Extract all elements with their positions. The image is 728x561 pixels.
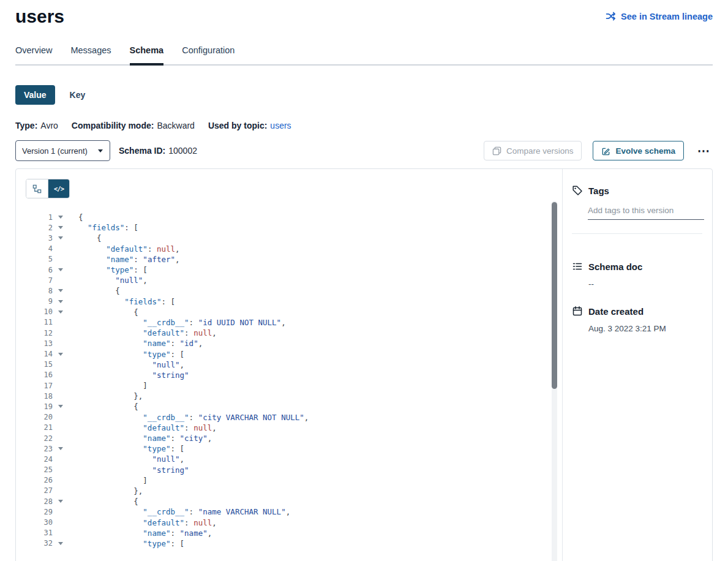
code-line: 15"null", — [26, 360, 546, 370]
collapse-caret-icon[interactable] — [58, 542, 63, 545]
page-header: users See in Stream lineage — [15, 0, 713, 27]
code-line: 13"name": "id", — [26, 338, 546, 348]
stream-lineage-link[interactable]: See in Stream lineage — [606, 11, 713, 21]
code-line: 8{ — [26, 285, 546, 296]
code-text: "name": "city", — [78, 434, 212, 443]
collapse-caret-icon[interactable] — [58, 447, 63, 450]
code-text: "fields": [ — [78, 297, 175, 306]
page-title: users — [15, 6, 64, 27]
viewer-toggle: </> — [26, 179, 70, 198]
value-toggle-button[interactable]: Value — [15, 85, 55, 105]
line-number: 2 — [26, 224, 53, 232]
tags-section: Tags — [572, 185, 702, 220]
schema-toolbar: Version 1 (current) Schema ID:100002 Com… — [15, 140, 713, 161]
date-created-value: Aug. 3 2022 3:21 PM — [588, 324, 702, 333]
code-line: 20"__crdb__": "city VARCHAR NOT NULL", — [26, 412, 546, 423]
line-number: 5 — [26, 255, 53, 263]
scrollbar[interactable] — [552, 201, 557, 561]
code-line: 22"name": "city", — [26, 433, 546, 443]
compatibility-label: Compatibility mode: — [72, 121, 154, 130]
code-text: "type": [ — [78, 444, 184, 453]
line-number: 15 — [26, 360, 53, 369]
compatibility-group: Compatibility mode:Backward — [72, 121, 195, 130]
collapse-caret-icon[interactable] — [58, 268, 63, 271]
version-select[interactable]: Version 1 (current) — [15, 140, 110, 161]
tags-title: Tags — [588, 186, 609, 196]
line-number: 24 — [26, 455, 53, 464]
collapse-caret-icon[interactable] — [58, 311, 63, 314]
type-value: Avro — [40, 121, 58, 130]
collapse-caret-icon[interactable] — [58, 500, 63, 503]
line-number: 20 — [26, 413, 53, 421]
code-text: "type": [ — [78, 350, 184, 359]
schema-doc-header: Schema doc — [572, 261, 702, 272]
tab-configuration[interactable]: Configuration — [182, 45, 235, 66]
code-text: }, — [78, 486, 143, 495]
code-icon: </> — [54, 185, 64, 192]
collapse-caret-icon[interactable] — [58, 405, 63, 408]
stream-lineage-label: See in Stream lineage — [621, 12, 713, 21]
tags-input[interactable] — [588, 203, 704, 220]
caret-cell — [53, 353, 69, 356]
code-text: "null", — [78, 360, 184, 369]
line-number: 31 — [26, 529, 53, 537]
code-line: 17] — [26, 380, 546, 391]
date-created-section: Date created Aug. 3 2022 3:21 PM — [572, 306, 702, 333]
tag-icon — [572, 185, 583, 196]
tree-view-button[interactable] — [26, 179, 48, 198]
line-number: 28 — [26, 497, 53, 506]
list-icon — [572, 261, 583, 272]
type-label: Type: — [15, 121, 37, 130]
collapse-caret-icon[interactable] — [58, 226, 63, 229]
code-text: { — [78, 213, 83, 222]
calendar-icon — [572, 306, 583, 317]
line-number: 16 — [26, 371, 53, 379]
line-number: 9 — [26, 297, 53, 306]
date-created-header: Date created — [572, 306, 702, 317]
compatibility-value: Backward — [157, 121, 194, 130]
line-number: 14 — [26, 350, 53, 358]
evolve-schema-label: Evolve schema — [615, 146, 675, 156]
more-options-button[interactable]: ⋯ — [695, 143, 713, 158]
code-text: "default": null, — [78, 423, 217, 432]
collapse-caret-icon[interactable] — [58, 289, 63, 292]
tab-overview[interactable]: Overview — [15, 45, 52, 66]
code-line: 5"name": "after", — [26, 254, 546, 265]
caret-cell — [53, 405, 69, 408]
scrollbar-thumb[interactable] — [552, 202, 557, 389]
tab-schema[interactable]: Schema — [130, 45, 164, 66]
collapse-caret-icon[interactable] — [58, 353, 63, 356]
collapse-caret-icon[interactable] — [58, 216, 63, 219]
line-number: 7 — [26, 276, 53, 285]
line-number: 1 — [26, 213, 53, 222]
schema-doc-section: Schema doc -- — [572, 261, 702, 288]
line-number: 11 — [26, 318, 53, 326]
collapse-caret-icon[interactable] — [58, 236, 63, 239]
line-number: 13 — [26, 339, 53, 348]
tags-header: Tags — [572, 185, 702, 196]
topic-link[interactable]: users — [270, 121, 291, 130]
tab-messages[interactable]: Messages — [70, 45, 111, 66]
key-toggle-button[interactable]: Key — [66, 85, 89, 105]
caret-cell — [53, 542, 69, 545]
compare-versions-button[interactable]: Compare versions — [484, 141, 582, 160]
code-text: ] — [78, 381, 148, 390]
code-line: 18}, — [26, 391, 546, 401]
line-number: 8 — [26, 287, 53, 295]
code-text: "string" — [78, 371, 189, 380]
code-line: 30"default": null, — [26, 517, 546, 527]
caret-cell — [53, 447, 69, 450]
code-text: "type": [ — [78, 265, 148, 274]
evolve-schema-button[interactable]: Evolve schema — [593, 141, 684, 160]
code-text: { — [78, 286, 120, 295]
caret-cell — [53, 216, 69, 219]
collapse-caret-icon[interactable] — [58, 300, 63, 303]
code-line: 16"string" — [26, 370, 546, 380]
code-text: "null", — [78, 276, 148, 285]
line-number: 10 — [26, 307, 53, 316]
line-number: 18 — [26, 392, 53, 401]
code-view-button[interactable]: </> — [48, 179, 69, 198]
schema-card: </> 1{2"fields": [3{4"default": null,5"n… — [15, 168, 713, 561]
code-text: "__crdb__": "name VARCHAR NULL", — [78, 507, 290, 516]
version-select-wrap: Version 1 (current) — [15, 140, 110, 161]
